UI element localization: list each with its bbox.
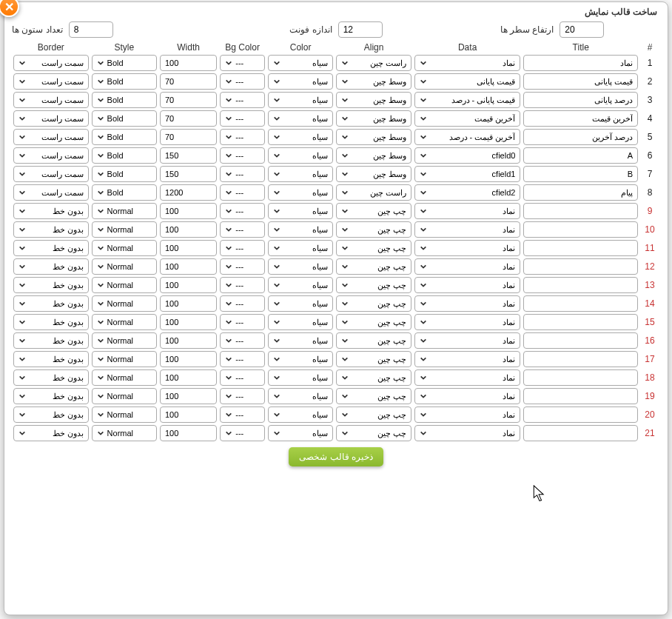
font-size-input[interactable] xyxy=(338,21,383,38)
align-select[interactable]: چپ چین xyxy=(336,240,411,256)
title-input[interactable] xyxy=(523,92,638,108)
color-select[interactable]: سیاه xyxy=(268,147,333,164)
bgcolor-select[interactable]: --- xyxy=(220,425,265,441)
color-select[interactable]: سیاه xyxy=(268,406,333,423)
data-select[interactable]: نماد xyxy=(414,351,521,367)
title-input[interactable] xyxy=(523,240,638,256)
data-select[interactable]: نماد xyxy=(414,425,521,441)
width-input[interactable] xyxy=(160,73,217,90)
style-select[interactable]: Normal xyxy=(92,221,157,238)
border-select[interactable]: بدون خط xyxy=(13,314,89,330)
align-select[interactable]: چپ چین xyxy=(336,388,411,404)
align-select[interactable]: چپ چین xyxy=(336,277,411,293)
title-input[interactable] xyxy=(523,73,638,90)
align-select[interactable]: چپ چین xyxy=(336,203,411,219)
data-select[interactable]: قیمت پایانی - درصد xyxy=(414,92,521,108)
bgcolor-select[interactable]: --- xyxy=(220,73,265,90)
data-select[interactable]: نماد xyxy=(414,406,521,423)
color-select[interactable]: سیاه xyxy=(268,258,333,275)
data-select[interactable]: نماد xyxy=(414,203,521,219)
data-select[interactable]: نماد xyxy=(414,221,521,238)
border-select[interactable]: سمت راست xyxy=(13,184,89,201)
color-select[interactable]: سیاه xyxy=(268,129,333,145)
bgcolor-select[interactable]: --- xyxy=(220,258,265,275)
align-select[interactable]: چپ چین xyxy=(336,314,411,330)
data-select[interactable]: قیمت پایانی xyxy=(414,73,521,90)
border-select[interactable]: بدون خط xyxy=(13,332,89,349)
border-select[interactable]: سمت راست xyxy=(13,129,89,145)
align-select[interactable]: چپ چین xyxy=(336,258,411,275)
bgcolor-select[interactable]: --- xyxy=(220,332,265,349)
title-input[interactable] xyxy=(523,332,638,349)
bgcolor-select[interactable]: --- xyxy=(220,314,265,330)
color-select[interactable]: سیاه xyxy=(268,184,333,201)
data-select[interactable]: آخرین قیمت xyxy=(414,110,521,127)
align-select[interactable]: راست چین xyxy=(336,55,411,71)
border-select[interactable]: سمت راست xyxy=(13,92,89,108)
color-select[interactable]: سیاه xyxy=(268,92,333,108)
title-input[interactable] xyxy=(523,184,638,201)
color-select[interactable]: سیاه xyxy=(268,73,333,90)
style-select[interactable]: Normal xyxy=(92,332,157,349)
width-input[interactable] xyxy=(160,92,217,108)
title-input[interactable] xyxy=(523,406,638,423)
width-input[interactable] xyxy=(160,184,217,201)
color-select[interactable]: سیاه xyxy=(268,110,333,127)
title-input[interactable] xyxy=(523,369,638,386)
align-select[interactable]: وسط چین xyxy=(336,129,411,145)
title-input[interactable] xyxy=(523,147,638,164)
color-select[interactable]: سیاه xyxy=(268,277,333,293)
width-input[interactable] xyxy=(160,55,217,71)
color-select[interactable]: سیاه xyxy=(268,314,333,330)
title-input[interactable] xyxy=(523,314,638,330)
style-select[interactable]: Bold xyxy=(92,55,157,71)
data-select[interactable]: cfield2 xyxy=(414,184,521,201)
style-select[interactable]: Normal xyxy=(92,240,157,256)
bgcolor-select[interactable]: --- xyxy=(220,221,265,238)
width-input[interactable] xyxy=(160,351,217,367)
style-select[interactable]: Bold xyxy=(92,73,157,90)
width-input[interactable] xyxy=(160,425,217,441)
align-select[interactable]: چپ چین xyxy=(336,221,411,238)
color-select[interactable]: سیاه xyxy=(268,221,333,238)
width-input[interactable] xyxy=(160,240,217,256)
width-input[interactable] xyxy=(160,314,217,330)
color-select[interactable]: سیاه xyxy=(268,240,333,256)
bgcolor-select[interactable]: --- xyxy=(220,203,265,219)
style-select[interactable]: Normal xyxy=(92,277,157,293)
align-select[interactable]: چپ چین xyxy=(336,369,411,386)
title-input[interactable] xyxy=(523,203,638,219)
align-select[interactable]: وسط چین xyxy=(336,166,411,182)
color-select[interactable]: سیاه xyxy=(268,351,333,367)
border-select[interactable]: بدون خط xyxy=(13,369,89,386)
style-select[interactable]: Normal xyxy=(92,295,157,312)
border-select[interactable]: بدون خط xyxy=(13,351,89,367)
border-select[interactable]: بدون خط xyxy=(13,425,89,441)
bgcolor-select[interactable]: --- xyxy=(220,92,265,108)
bgcolor-select[interactable]: --- xyxy=(220,110,265,127)
title-input[interactable] xyxy=(523,110,638,127)
title-input[interactable] xyxy=(523,166,638,182)
style-select[interactable]: Bold xyxy=(92,147,157,164)
border-select[interactable]: بدون خط xyxy=(13,388,89,404)
bgcolor-select[interactable]: --- xyxy=(220,369,265,386)
border-select[interactable]: سمت راست xyxy=(13,147,89,164)
color-select[interactable]: سیاه xyxy=(268,166,333,182)
title-input[interactable] xyxy=(523,351,638,367)
color-select[interactable]: سیاه xyxy=(268,295,333,312)
align-select[interactable]: چپ چین xyxy=(336,332,411,349)
border-select[interactable]: بدون خط xyxy=(13,406,89,423)
color-select[interactable]: سیاه xyxy=(268,203,333,219)
width-input[interactable] xyxy=(160,221,217,238)
bgcolor-select[interactable]: --- xyxy=(220,166,265,182)
color-select[interactable]: سیاه xyxy=(268,369,333,386)
width-input[interactable] xyxy=(160,110,217,127)
style-select[interactable]: Bold xyxy=(92,166,157,182)
border-select[interactable]: بدون خط xyxy=(13,221,89,238)
row-height-input[interactable] xyxy=(560,21,604,38)
border-select[interactable]: سمت راست xyxy=(13,55,89,71)
style-select[interactable]: Bold xyxy=(92,129,157,145)
columns-count-input[interactable] xyxy=(69,21,113,38)
border-select[interactable]: بدون خط xyxy=(13,277,89,293)
border-select[interactable]: بدون خط xyxy=(13,203,89,219)
